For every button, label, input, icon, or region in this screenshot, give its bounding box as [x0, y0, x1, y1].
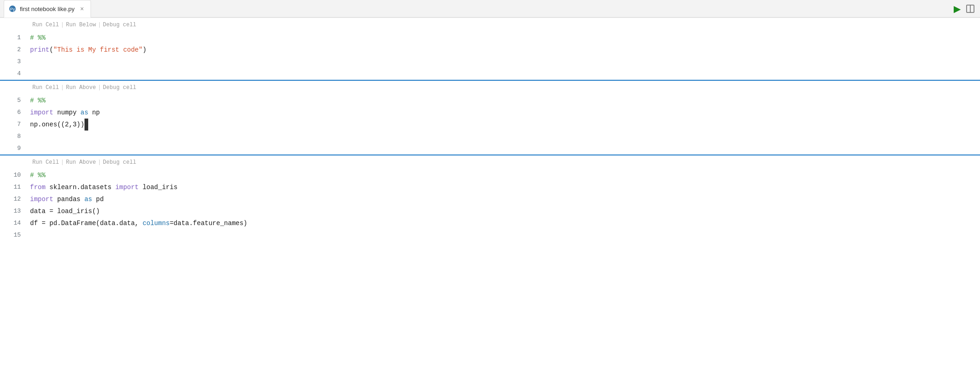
- sep6: |: [98, 156, 101, 168]
- line-num-5: 5: [0, 95, 30, 107]
- line-content-5[interactable]: # %%: [30, 95, 980, 107]
- line-content-14[interactable]: df = pd.DataFrame(data.data, columns=dat…: [30, 217, 980, 229]
- split-editor-button[interactable]: [966, 5, 974, 13]
- cell2-actions: Run Cell | Run Above | Debug cell: [0, 80, 980, 95]
- cell1-run[interactable]: Run Cell: [32, 19, 59, 31]
- cell1-below[interactable]: Run Below: [66, 19, 96, 31]
- code-line-12: 12 import pandas as pd: [0, 193, 980, 205]
- tab-list: Py first notebook like.py ×: [4, 0, 91, 18]
- line-num-11: 11: [0, 181, 30, 193]
- line-content-10[interactable]: # %%: [30, 169, 980, 181]
- line-num-8: 8: [0, 131, 30, 143]
- cell3-above[interactable]: Run Above: [66, 156, 96, 168]
- cell2-run[interactable]: Run Cell: [32, 82, 59, 94]
- tab-notebook[interactable]: Py first notebook like.py ×: [4, 0, 91, 18]
- line-content-1[interactable]: # %%: [30, 32, 980, 44]
- line-num-3: 3: [0, 56, 30, 68]
- cell2-above[interactable]: Run Above: [66, 82, 96, 94]
- tab-bar: Py first notebook like.py × ▶: [0, 0, 980, 18]
- sep4: |: [98, 82, 101, 94]
- sep5: |: [61, 156, 64, 168]
- code-line-9: 9: [0, 143, 980, 155]
- tab-close-button[interactable]: ×: [80, 6, 84, 12]
- code-line-4: 4: [0, 68, 980, 80]
- code-line-14: 14 df = pd.DataFrame(data.data, columns=…: [0, 217, 980, 229]
- code-line-15: 15: [0, 229, 980, 241]
- sep3: |: [61, 82, 64, 94]
- sep1: |: [61, 19, 64, 31]
- line-content-11[interactable]: from sklearn.datasets import load_iris: [30, 181, 980, 193]
- line-num-13: 13: [0, 205, 30, 217]
- code-line-10: 10 # %%: [0, 169, 980, 181]
- code-line-8: 8: [0, 131, 980, 143]
- code-line-3: 3: [0, 56, 980, 68]
- split-icon: [966, 5, 974, 13]
- code-line-2: 2 print("This is My first code"): [0, 44, 980, 56]
- line-content-13[interactable]: data = load_iris(): [30, 205, 980, 217]
- line-num-4: 4: [0, 68, 30, 80]
- code-line-5: 5 # %%: [0, 95, 980, 107]
- editor-area[interactable]: Run Cell | Run Below | Debug cell 1 # %%…: [0, 18, 980, 387]
- code-line-7: 7 np.ones((2,3)): [0, 119, 980, 131]
- toolbar-actions: ▶: [954, 3, 980, 14]
- cell3-debug[interactable]: Debug cell: [103, 156, 136, 168]
- line-num-15: 15: [0, 229, 30, 241]
- line-num-1: 1: [0, 32, 30, 44]
- cell2-debug[interactable]: Debug cell: [103, 82, 136, 94]
- line-num-7: 7: [0, 119, 30, 131]
- line-num-2: 2: [0, 44, 30, 56]
- line-content-2[interactable]: print("This is My first code"): [30, 44, 980, 56]
- cell3-run[interactable]: Run Cell: [32, 156, 59, 168]
- python-icon: Py: [9, 5, 16, 12]
- code-line-6: 6 import numpy as np: [0, 107, 980, 119]
- line-num-12: 12: [0, 193, 30, 205]
- code-line-11: 11 from sklearn.datasets import load_iri…: [0, 181, 980, 193]
- line-content-12[interactable]: import pandas as pd: [30, 193, 980, 205]
- line-num-6: 6: [0, 107, 30, 119]
- sep2: |: [98, 19, 101, 31]
- line-num-14: 14: [0, 217, 30, 229]
- line-num-9: 9: [0, 143, 30, 155]
- code-line-1: 1 # %%: [0, 32, 980, 44]
- tab-title: first notebook like.py: [20, 6, 75, 12]
- cell1-debug[interactable]: Debug cell: [103, 19, 136, 31]
- svg-text:Py: Py: [10, 7, 15, 12]
- run-button[interactable]: ▶: [954, 3, 961, 14]
- line-content-6[interactable]: import numpy as np: [30, 107, 980, 119]
- cell3-actions: Run Cell | Run Above | Debug cell: [0, 155, 980, 169]
- cell1-actions: Run Cell | Run Below | Debug cell: [0, 18, 980, 32]
- code-line-13: 13 data = load_iris(): [0, 205, 980, 217]
- line-content-7[interactable]: np.ones((2,3)): [30, 119, 980, 131]
- line-num-10: 10: [0, 169, 30, 181]
